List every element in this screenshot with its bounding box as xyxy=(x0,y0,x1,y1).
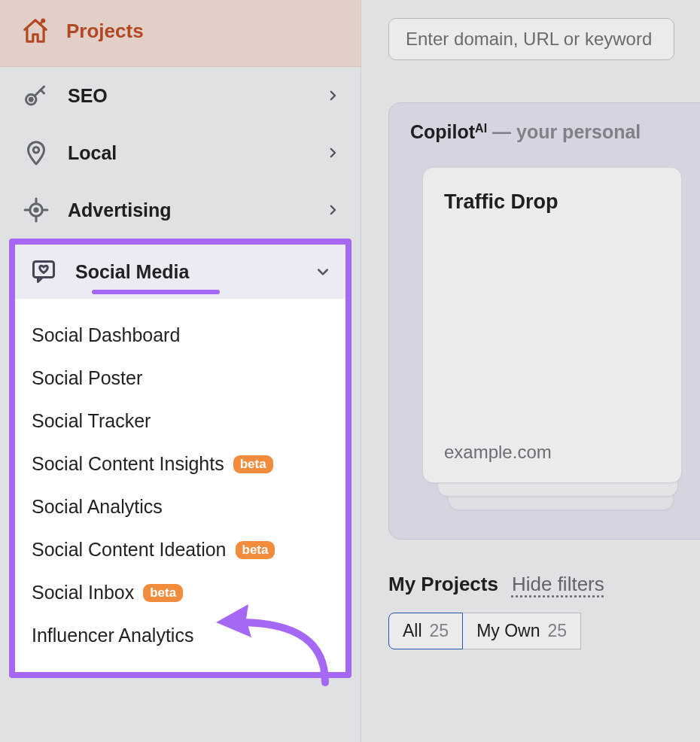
filter-tab-all[interactable]: All 25 xyxy=(388,613,463,649)
projects-label: Projects xyxy=(66,20,144,43)
sidebar-item-projects[interactable]: Projects xyxy=(0,0,361,67)
my-projects-title: My Projects xyxy=(388,573,498,596)
tab-count: 25 xyxy=(430,621,449,641)
svg-point-0 xyxy=(42,20,44,22)
copilot-heading: CopilotAI — your personal xyxy=(410,121,700,143)
submenu-social-inbox[interactable]: Social Inbox beta xyxy=(32,571,329,614)
project-filter-tabs: All 25 My Own 25 xyxy=(388,613,700,649)
sidebar-item-seo[interactable]: SEO xyxy=(0,67,361,124)
submenu-label: Social Tracker xyxy=(32,410,151,432)
social-media-highlight: Social Media Social Dashboard Social Pos… xyxy=(9,239,352,678)
main-content: CopilotAI — your personal Traffic Drop e… xyxy=(361,0,700,742)
search-input[interactable] xyxy=(388,18,674,60)
pin-icon xyxy=(23,139,50,166)
beta-badge: beta xyxy=(143,584,183,602)
key-icon xyxy=(23,82,50,109)
beta-badge: beta xyxy=(233,455,273,473)
copilot-card: CopilotAI — your personal Traffic Drop e… xyxy=(388,102,700,540)
nav-label: Advertising xyxy=(68,199,172,221)
svg-point-2 xyxy=(29,98,32,101)
submenu-social-tracker[interactable]: Social Tracker xyxy=(32,400,329,442)
sidebar-item-advertising[interactable]: Advertising xyxy=(0,181,361,239)
submenu-label: Social Analytics xyxy=(32,496,163,518)
hide-filters-link[interactable]: Hide filters xyxy=(512,573,604,596)
chevron-right-icon xyxy=(326,146,339,160)
my-projects-section: My Projects Hide filters All 25 My Own 2… xyxy=(388,573,700,649)
filter-tab-my-own[interactable]: My Own 25 xyxy=(463,613,581,649)
copilot-sup: AI xyxy=(475,122,487,135)
submenu-social-poster[interactable]: Social Poster xyxy=(32,357,329,400)
tab-label: All xyxy=(403,621,422,641)
copilot-brand: Copilot xyxy=(410,121,475,142)
tab-label: My Own xyxy=(476,621,540,641)
card-stack: Traffic Drop example.com xyxy=(410,167,700,513)
social-media-label: Social Media xyxy=(75,261,189,283)
submenu-label: Social Content Ideation xyxy=(32,539,227,561)
submenu-social-dashboard[interactable]: Social Dashboard xyxy=(32,314,329,357)
chevron-right-icon xyxy=(326,203,339,217)
search-bar xyxy=(388,18,700,60)
traffic-drop-card[interactable]: Traffic Drop example.com xyxy=(422,167,682,483)
sidebar-item-local[interactable]: Local xyxy=(0,124,361,181)
highlight-underline xyxy=(92,290,220,294)
copilot-tagline: — your personal xyxy=(487,121,641,142)
submenu-label: Social Poster xyxy=(32,367,142,389)
chevron-right-icon xyxy=(326,89,339,102)
sidebar: Projects SEO Local xyxy=(0,0,361,742)
submenu-label: Social Dashboard xyxy=(32,324,180,346)
chevron-down-icon xyxy=(315,264,330,279)
target-icon xyxy=(23,196,50,224)
submenu-social-analytics[interactable]: Social Analytics xyxy=(32,485,329,528)
tab-count: 25 xyxy=(548,621,568,641)
submenu-social-content-ideation[interactable]: Social Content Ideation beta xyxy=(32,528,329,571)
nav-label: Local xyxy=(68,142,117,164)
svg-rect-10 xyxy=(34,262,54,278)
submenu-social-content-insights[interactable]: Social Content Insights beta xyxy=(32,442,329,485)
beta-badge: beta xyxy=(236,541,275,559)
card-domain: example.com xyxy=(444,442,552,463)
nav-label: SEO xyxy=(68,85,108,107)
submenu-influencer-analytics[interactable]: Influencer Analytics xyxy=(32,614,329,657)
svg-point-3 xyxy=(33,147,39,154)
submenu-label: Social Inbox xyxy=(32,582,134,604)
home-icon xyxy=(21,17,50,45)
submenu-label: Influencer Analytics xyxy=(32,625,193,646)
submenu-label: Social Content Insights xyxy=(32,453,224,475)
chat-heart-icon xyxy=(30,258,57,285)
card-title: Traffic Drop xyxy=(444,190,660,214)
social-submenu: Social Dashboard Social Poster Social Tr… xyxy=(15,299,345,672)
svg-point-5 xyxy=(35,208,38,211)
